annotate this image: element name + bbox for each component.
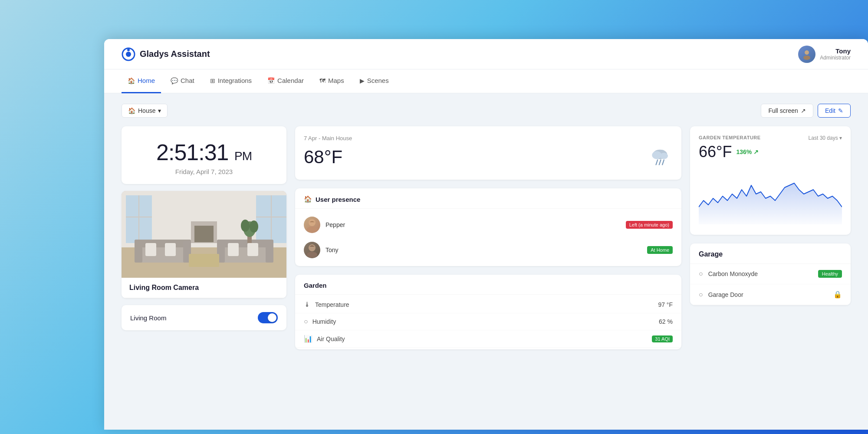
fullscreen-button[interactable]: Full screen ↗ — [761, 104, 813, 118]
clock-display: 2:51:31 PM — [130, 139, 278, 165]
app-title: Gladys Assistant — [140, 49, 210, 59]
living-room-toggle[interactable] — [258, 312, 278, 323]
chart-temperature: 66°F — [699, 143, 732, 161]
clock-card: 2:51:31 PM Friday, April 7, 2023 — [122, 126, 286, 184]
garage-left-carbon: ○ Carbon Monoxyde — [699, 270, 758, 278]
main-content: 🏠 House ▾ Full screen ↗ Edit ✎ — [104, 93, 868, 360]
garage-title: Garage — [690, 243, 851, 264]
garden-temp-label: Temperature — [315, 301, 349, 308]
calendar-icon: 📅 — [267, 77, 275, 84]
garden-item-air-quality: 📊 Air Quality 31 AQI — [295, 330, 681, 348]
nav: 🏠 Home 💬 Chat ⊞ Integrations 📅 Calendar … — [104, 69, 868, 93]
edit-icon: ✎ — [838, 107, 843, 114]
house-icon: 🏠 — [128, 107, 135, 114]
svg-rect-27 — [228, 243, 239, 256]
garage-left-door: ○ Garage Door — [699, 291, 743, 299]
garage-card: Garage ○ Carbon Monoxyde Healthy ○ Garag… — [690, 243, 851, 305]
svg-point-1 — [126, 52, 131, 57]
toggle-knob — [268, 313, 276, 322]
weather-temperature: 68°F — [304, 147, 342, 168]
temperature-chart — [699, 168, 842, 224]
lock-icon: 🔒 — [833, 290, 842, 299]
svg-point-3 — [805, 50, 809, 55]
svg-rect-24 — [189, 254, 219, 267]
camera-card: Living Room Camera — [122, 191, 286, 298]
edit-button[interactable]: Edit ✎ — [818, 104, 851, 118]
avatar-tony — [304, 242, 320, 258]
chart-card: GARDEN TEMPERATURE Last 30 days ▾ 66°F 1… — [690, 126, 851, 235]
nav-scenes[interactable]: ▶ Scenes — [354, 69, 395, 93]
weather-row: 68°F — [304, 143, 673, 171]
clock-date: Friday, April 7, 2023 — [130, 168, 278, 175]
presence-item-pepper: Pepper Left (a minute ago) — [295, 212, 681, 237]
svg-rect-23 — [266, 241, 273, 263]
house-selector-button[interactable]: 🏠 House ▾ — [122, 104, 168, 118]
user-area: Tony Administrator — [798, 46, 851, 63]
door-icon: ○ — [699, 291, 703, 299]
expand-icon: ↗ — [801, 107, 806, 114]
user-role: Administrator — [820, 55, 851, 61]
garage-door-name: Garage Door — [708, 291, 743, 298]
svg-line-37 — [656, 160, 658, 165]
thermometer-icon: 🌡 — [304, 301, 311, 309]
nav-integrations[interactable]: ⊞ Integrations — [204, 69, 258, 93]
nav-chat[interactable]: 💬 Chat — [164, 69, 201, 93]
user-presence-title: 🏠 User presence — [295, 188, 681, 209]
right-column: GARDEN TEMPERATURE Last 30 days ▾ 66°F 1… — [690, 126, 851, 305]
svg-rect-26 — [165, 243, 176, 256]
garden-humidity-value: 62 % — [659, 318, 673, 325]
maps-icon: 🗺 — [319, 77, 326, 84]
svg-rect-18 — [135, 241, 142, 263]
avatar-pepper — [304, 217, 320, 233]
presence-status-pepper: Left (a minute ago) — [626, 221, 673, 229]
presence-left-tony: Tony — [304, 242, 339, 258]
header: Gladys Assistant Tony Administrator — [104, 39, 868, 69]
presence-left-pepper: Pepper — [304, 217, 345, 233]
chevron-down-icon: ▾ — [158, 107, 161, 114]
presence-list: Pepper Left (a minute ago) — [295, 209, 681, 266]
weather-icon — [649, 143, 673, 171]
chart-header: GARDEN TEMPERATURE Last 30 days ▾ — [699, 135, 842, 141]
svg-point-31 — [241, 220, 250, 232]
nav-home[interactable]: 🏠 Home — [122, 69, 161, 93]
camera-label: Living Room Camera — [122, 278, 286, 298]
integrations-icon: ⊞ — [210, 77, 215, 84]
edit-label: Edit — [825, 107, 835, 114]
user-info: Tony Administrator — [820, 47, 851, 61]
nav-maps[interactable]: 🗺 Maps — [313, 69, 350, 93]
svg-point-40 — [309, 219, 316, 226]
house-label: House — [138, 107, 155, 114]
svg-line-39 — [662, 160, 664, 165]
garden-title: Garden — [295, 275, 681, 295]
garden-temp-value: 97 °F — [658, 301, 673, 308]
left-column: 2:51:31 PM Friday, April 7, 2023 — [122, 126, 286, 330]
nav-calendar-label: Calendar — [277, 77, 304, 84]
svg-line-38 — [659, 160, 661, 165]
svg-point-41 — [307, 227, 317, 233]
garage-item-door: ○ Garage Door 🔒 — [690, 284, 851, 305]
garden-air-label: Air Quality — [317, 335, 345, 342]
chat-icon: 💬 — [171, 77, 178, 84]
nav-calendar[interactable]: 📅 Calendar — [261, 69, 310, 93]
svg-point-36 — [660, 153, 668, 159]
gladys-logo-icon — [122, 47, 135, 61]
carbon-status-badge: Healthy — [818, 270, 842, 278]
air-quality-icon: 📊 — [304, 335, 312, 343]
svg-point-2 — [127, 49, 130, 51]
dashboard-grid: 2:51:31 PM Friday, April 7, 2023 — [122, 126, 851, 349]
garage-carbon-name: Carbon Monoxyde — [708, 270, 758, 277]
svg-point-42 — [309, 244, 316, 251]
garden-humidity-label: Humidity — [312, 318, 336, 325]
weather-date-location: 7 Apr - Main House — [304, 135, 673, 141]
nav-chat-label: Chat — [181, 77, 194, 84]
garden-air-value: 31 AQI — [652, 335, 673, 342]
home-presence-icon: 🏠 — [304, 195, 312, 203]
camera-feed — [122, 191, 286, 278]
nav-home-label: Home — [138, 77, 155, 84]
presence-status-tony: At Home — [647, 246, 673, 254]
garden-item-temperature: 🌡 Temperature 97 °F — [295, 296, 681, 313]
chart-period[interactable]: Last 30 days ▾ — [809, 135, 842, 141]
svg-rect-25 — [145, 243, 156, 256]
scenes-icon: ▶ — [360, 77, 365, 84]
nav-scenes-label: Scenes — [367, 77, 389, 84]
